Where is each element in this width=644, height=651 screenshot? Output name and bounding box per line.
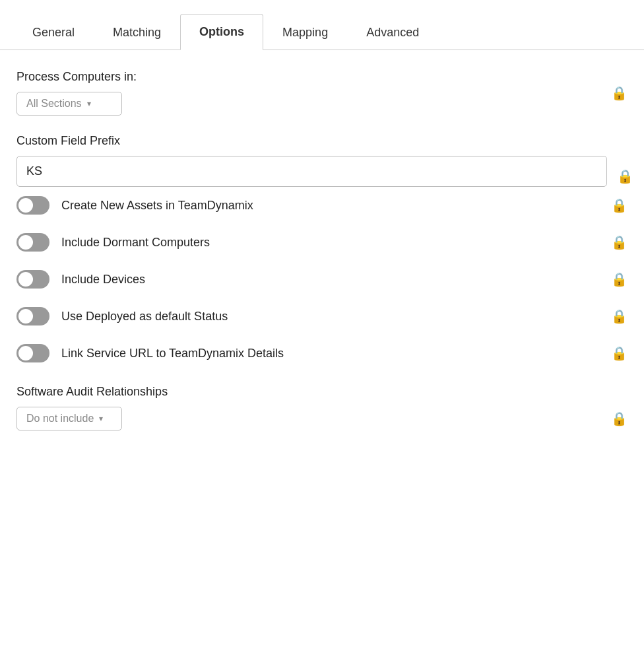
- toggle-row-link-service-url: Link Service URL to TeamDynamix Details …: [16, 335, 628, 372]
- chevron-down-icon: ▾: [87, 99, 91, 108]
- toggle-link-service-url[interactable]: [16, 344, 49, 362]
- toggle-include-devices-label: Include Devices: [61, 273, 145, 287]
- link-service-url-lock-icon: 🔒: [611, 345, 628, 361]
- toggle-create-new-assets-label: Create New Assets in TeamDynamix: [61, 199, 253, 213]
- toggle-use-deployed-slider: [16, 307, 49, 326]
- tab-options[interactable]: Options: [180, 14, 263, 50]
- toggle-create-new-assets[interactable]: [16, 196, 49, 215]
- custom-field-prefix-group: Custom Field Prefix 🔒: [16, 134, 628, 187]
- use-deployed-lock-icon: 🔒: [611, 308, 628, 324]
- toggle-row-include-devices: Include Devices 🔒: [16, 261, 628, 298]
- toggle-include-devices[interactable]: [16, 270, 49, 289]
- process-computers-value: All Sections: [26, 98, 82, 110]
- custom-field-prefix-input[interactable]: [16, 156, 607, 187]
- software-audit-value: Do not include: [26, 413, 94, 425]
- custom-field-prefix-lock-icon: 🔒: [617, 168, 633, 184]
- software-audit-dropdown[interactable]: Do not include ▾: [16, 407, 122, 430]
- process-computers-lock-icon: 🔒: [611, 85, 628, 101]
- tab-matching[interactable]: Matching: [94, 15, 180, 50]
- include-devices-lock-icon: 🔒: [611, 271, 628, 287]
- toggle-link-service-url-label: Link Service URL to TeamDynamix Details: [61, 347, 284, 360]
- tab-general[interactable]: General: [13, 15, 94, 50]
- process-computers-dropdown[interactable]: All Sections ▾: [16, 92, 122, 116]
- toggle-row-create-new-assets: Create New Assets in TeamDynamix 🔒: [16, 187, 628, 224]
- chevron-down-icon-2: ▾: [99, 414, 103, 423]
- toggle-use-deployed-label: Use Deployed as default Status: [61, 310, 228, 324]
- process-computers-label: Process Computers in:: [16, 70, 601, 84]
- toggle-include-dormant-slider: [16, 233, 49, 252]
- toggle-include-devices-slider: [16, 270, 49, 289]
- toggle-row-use-deployed: Use Deployed as default Status 🔒: [16, 298, 628, 335]
- tab-advanced[interactable]: Advanced: [347, 15, 438, 50]
- options-content: Process Computers in: All Sections ▾ 🔒 C…: [0, 50, 644, 457]
- software-audit-lock-icon: 🔒: [611, 411, 628, 427]
- toggle-include-dormant[interactable]: [16, 233, 49, 252]
- software-audit-group: Software Audit Relationships Do not incl…: [16, 385, 628, 430]
- toggle-link-service-url-slider: [16, 344, 49, 362]
- process-computers-group: Process Computers in: All Sections ▾ 🔒: [16, 70, 628, 116]
- tab-mapping[interactable]: Mapping: [263, 15, 347, 50]
- create-new-assets-lock-icon: 🔒: [611, 197, 628, 213]
- toggle-row-include-dormant: Include Dormant Computers 🔒: [16, 224, 628, 261]
- toggle-include-dormant-label: Include Dormant Computers: [61, 236, 210, 250]
- custom-field-prefix-label: Custom Field Prefix: [16, 134, 607, 148]
- toggle-use-deployed[interactable]: [16, 307, 49, 326]
- include-dormant-lock-icon: 🔒: [611, 234, 628, 250]
- tab-bar: General Matching Options Mapping Advance…: [0, 0, 644, 50]
- toggle-list: Create New Assets in TeamDynamix 🔒 Inclu…: [16, 187, 628, 372]
- toggle-create-new-assets-slider: [16, 196, 49, 215]
- software-audit-label: Software Audit Relationships: [16, 385, 628, 399]
